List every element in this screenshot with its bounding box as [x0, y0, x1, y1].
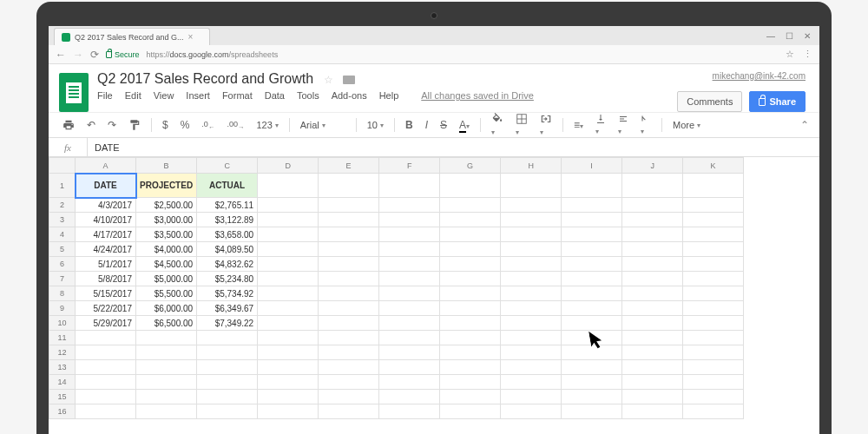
column-header[interactable]: K [683, 158, 744, 174]
cell[interactable] [319, 227, 379, 242]
cell[interactable] [683, 390, 744, 404]
row-header[interactable]: 10 [49, 316, 76, 331]
cell[interactable] [319, 316, 379, 331]
cell[interactable] [258, 301, 319, 316]
cell[interactable] [562, 360, 622, 375]
cell[interactable] [683, 227, 744, 242]
cell[interactable] [683, 331, 744, 345]
strikethrough-button[interactable]: S [437, 116, 450, 134]
cell[interactable]: PROJECTED [136, 174, 197, 198]
v-align-button[interactable]: ▾ [592, 111, 609, 139]
cell[interactable]: 5/22/2017 [76, 301, 136, 316]
cell[interactable] [501, 227, 562, 242]
cell[interactable]: 4/24/2017 [76, 242, 136, 257]
number-format-select[interactable]: 123▾ [253, 118, 281, 132]
cell[interactable]: 5/8/2017 [76, 272, 136, 286]
cell[interactable] [562, 404, 622, 419]
cell[interactable] [76, 375, 136, 390]
cell[interactable] [258, 404, 319, 419]
select-all-corner[interactable] [49, 158, 76, 174]
cell[interactable]: 4/3/2017 [76, 198, 136, 213]
menu-view[interactable]: View [154, 90, 174, 101]
cell[interactable] [379, 174, 440, 198]
cell[interactable] [440, 316, 501, 331]
cell[interactable] [562, 257, 622, 272]
comments-button[interactable]: Comments [677, 91, 742, 112]
cell[interactable] [319, 301, 379, 316]
cell[interactable]: $6,349.67 [197, 301, 258, 316]
merge-cells-button[interactable]: ▾ [536, 110, 556, 140]
cell[interactable] [319, 375, 379, 390]
row-header[interactable]: 16 [49, 404, 76, 419]
cell[interactable] [136, 375, 197, 390]
cell[interactable] [622, 174, 683, 198]
spreadsheet-grid[interactable]: ABCDEFGHIJK1DATEPROJECTEDACTUAL24/3/2017… [49, 157, 819, 434]
cell[interactable] [379, 301, 440, 316]
cell[interactable] [683, 404, 744, 419]
cell[interactable]: $3,658.00 [197, 227, 258, 242]
cell[interactable] [562, 301, 622, 316]
cell[interactable]: 4/17/2017 [76, 227, 136, 242]
cell[interactable] [683, 375, 744, 390]
menu-data[interactable]: Data [265, 90, 285, 101]
menu-edit[interactable]: Edit [125, 90, 141, 101]
cell[interactable] [379, 213, 440, 227]
cell[interactable] [379, 257, 440, 272]
cell[interactable] [683, 301, 744, 316]
cell[interactable] [319, 257, 379, 272]
row-header[interactable]: 5 [49, 242, 76, 257]
cell[interactable] [440, 301, 501, 316]
cell[interactable] [683, 242, 744, 257]
cell[interactable] [501, 257, 562, 272]
cell[interactable] [379, 404, 440, 419]
cell[interactable]: $7,349.22 [197, 316, 258, 331]
cell[interactable]: $5,000.00 [136, 272, 197, 286]
cell[interactable] [319, 390, 379, 404]
row-header[interactable]: 8 [49, 286, 76, 301]
cell[interactable] [258, 316, 319, 331]
cell[interactable] [683, 316, 744, 331]
cell[interactable] [258, 286, 319, 301]
cell[interactable] [440, 286, 501, 301]
redo-icon[interactable]: ↷ [104, 116, 120, 134]
column-header[interactable]: H [501, 158, 562, 174]
cell[interactable] [319, 242, 379, 257]
menu-add-ons[interactable]: Add-ons [332, 90, 367, 101]
row-header[interactable]: 13 [49, 360, 76, 375]
cell[interactable] [319, 331, 379, 345]
row-header[interactable]: 15 [49, 390, 76, 404]
cell[interactable] [622, 286, 683, 301]
cell[interactable] [622, 390, 683, 404]
tab-close-icon[interactable]: × [188, 32, 194, 42]
column-header[interactable]: J [622, 158, 683, 174]
cell[interactable] [622, 272, 683, 286]
cell[interactable] [501, 272, 562, 286]
font-select[interactable]: Arial▾ [297, 118, 349, 132]
cell[interactable] [379, 375, 440, 390]
cell[interactable] [683, 198, 744, 213]
cell[interactable] [440, 345, 501, 360]
cell[interactable] [197, 360, 258, 375]
cell[interactable]: $5,734.92 [197, 286, 258, 301]
column-header[interactable]: E [319, 158, 379, 174]
cell[interactable] [562, 375, 622, 390]
cell[interactable]: $4,500.00 [136, 257, 197, 272]
row-header[interactable]: 6 [49, 257, 76, 272]
menu-insert[interactable]: Insert [186, 90, 210, 101]
cell[interactable] [501, 331, 562, 345]
share-button[interactable]: Share [749, 91, 806, 112]
increase-decimal-button[interactable]: .00→ [223, 117, 247, 134]
cell[interactable] [562, 198, 622, 213]
cell[interactable]: $2,765.11 [197, 198, 258, 213]
cell[interactable] [76, 331, 136, 345]
paint-format-icon[interactable] [125, 116, 144, 134]
cell[interactable] [319, 360, 379, 375]
cell[interactable] [622, 404, 683, 419]
column-header[interactable]: D [258, 158, 319, 174]
borders-button[interactable]: ▾ [512, 110, 531, 140]
cell[interactable] [562, 286, 622, 301]
cell[interactable]: $6,500.00 [136, 316, 197, 331]
cell[interactable]: $4,089.50 [197, 242, 258, 257]
cell[interactable] [258, 360, 319, 375]
cell[interactable] [622, 198, 683, 213]
